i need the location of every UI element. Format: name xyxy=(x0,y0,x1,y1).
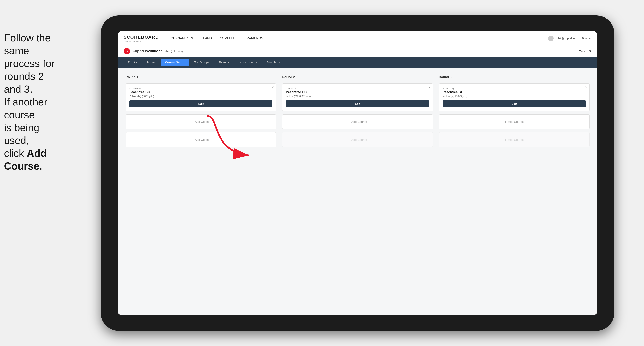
round-2-column: Round 2 ✕ (Course A) Peachtree GC Yellow… xyxy=(282,75,433,147)
round-3-add-course-2[interactable]: + Add Course xyxy=(439,132,590,147)
round-1-remove-button[interactable]: ✕ xyxy=(272,86,274,89)
round-1-course-info: Yellow (M) (6629 yds) xyxy=(129,95,272,98)
tab-printables[interactable]: Printables xyxy=(262,59,284,66)
screen: SCOREBOARD Powered by clippd TOURNAMENTS… xyxy=(118,31,598,315)
round-2-course-name: Peachtree GC xyxy=(286,90,429,94)
round-1-add-course-2-label: Add Course xyxy=(195,138,210,141)
round-3-add-course-1[interactable]: + Add Course xyxy=(439,114,590,129)
tournament-badge: (Men) xyxy=(166,50,172,53)
round-1-title: Round 1 xyxy=(126,75,276,79)
round-3-add-course-2-plus: + xyxy=(504,138,506,141)
user-email: blair@clippd.io xyxy=(556,37,575,40)
tournament-logo: C xyxy=(124,48,130,54)
round-1-course-a-card: ✕ (Course A) Peachtree GC Yellow (M) (66… xyxy=(126,83,276,111)
round-3-add-course-1-label: Add Course xyxy=(508,120,524,123)
tournament-name: Clippd Invitational xyxy=(133,49,164,53)
round-2-add-course-1[interactable]: + Add Course xyxy=(282,114,433,129)
annotation-text: Follow the same process for rounds 2 and… xyxy=(4,31,61,173)
round-1-add-course-1[interactable]: + Add Course xyxy=(126,114,276,129)
tab-tee-groups[interactable]: Tee Groups xyxy=(190,59,214,66)
tab-details[interactable]: Details xyxy=(124,59,141,66)
nav-right: blair@clippd.io | Sign out xyxy=(548,36,592,41)
nav-links: TOURNAMENTS TEAMS COMMITTEE RANKINGS xyxy=(169,36,548,41)
tournament-status: Hosting xyxy=(174,50,183,53)
round-2-add-course-2-label: Add Course xyxy=(352,138,367,141)
round-3-course-a-card: ✕ (Course A) Peachtree GC Yellow (M) (66… xyxy=(439,83,590,111)
nav-separator: | xyxy=(578,37,578,40)
round-1-add-course-2-plus: + xyxy=(192,138,193,141)
tab-teams[interactable]: Teams xyxy=(142,59,160,66)
nav-tournaments[interactable]: TOURNAMENTS xyxy=(169,36,193,41)
round-1-edit-button[interactable]: Edit xyxy=(129,100,272,107)
round-2-course-a-card: ✕ (Course A) Peachtree GC Yellow (M) (66… xyxy=(282,83,433,111)
round-2-title: Round 2 xyxy=(282,75,433,79)
powered-by: Powered by clippd xyxy=(124,40,159,42)
user-avatar xyxy=(548,36,554,41)
round-2-course-label: (Course A) xyxy=(286,87,429,90)
round-3-course-name: Peachtree GC xyxy=(443,90,586,94)
tab-leaderboards[interactable]: Leaderboards xyxy=(234,59,261,66)
round-2-add-course-2-plus: + xyxy=(348,138,350,141)
round-1-course-label: (Course A) xyxy=(129,87,272,90)
sub-header: C Clippd Invitational (Men) Hosting Canc… xyxy=(118,46,598,57)
cancel-button[interactable]: Cancel ✕ xyxy=(579,49,592,53)
round-3-title: Round 3 xyxy=(439,75,590,79)
round-2-add-course-1-label: Add Course xyxy=(352,120,367,123)
round-3-remove-button[interactable]: ✕ xyxy=(585,86,587,89)
top-navigation: SCOREBOARD Powered by clippd TOURNAMENTS… xyxy=(118,31,598,46)
nav-rankings[interactable]: RANKINGS xyxy=(246,36,263,41)
tablet-device: SCOREBOARD Powered by clippd TOURNAMENTS… xyxy=(101,15,614,331)
round-1-add-course-2[interactable]: + Add Course xyxy=(126,132,276,147)
scoreboard-logo: SCOREBOARD xyxy=(124,35,159,40)
round-3-edit-button[interactable]: Edit xyxy=(443,100,586,107)
content-area: Round 1 ✕ (Course A) Peachtree GC Yellow… xyxy=(118,68,598,315)
round-2-add-course-1-plus: + xyxy=(348,120,350,123)
round-2-remove-button[interactable]: ✕ xyxy=(428,86,431,89)
round-1-add-course-1-label: Add Course xyxy=(195,120,210,123)
round-2-course-info: Yellow (M) (6629 yds) xyxy=(286,95,429,98)
round-1-course-name: Peachtree GC xyxy=(129,90,272,94)
round-2-add-course-2[interactable]: + Add Course xyxy=(282,132,433,147)
round-3-add-course-1-plus: + xyxy=(504,120,506,123)
tab-results[interactable]: Results xyxy=(214,59,233,66)
logo-area: SCOREBOARD Powered by clippd xyxy=(124,35,159,42)
round-3-course-info: Yellow (M) (6629 yds) xyxy=(443,95,586,98)
tab-course-setup[interactable]: Course Setup xyxy=(161,59,189,66)
round-2-edit-button[interactable]: Edit xyxy=(286,100,429,107)
round-1-add-course-1-plus: + xyxy=(192,120,193,123)
round-3-course-label: (Course A) xyxy=(443,87,586,90)
sign-out-link[interactable]: Sign out xyxy=(582,37,592,40)
nav-committee[interactable]: COMMITTEE xyxy=(220,36,239,41)
round-1-column: Round 1 ✕ (Course A) Peachtree GC Yellow… xyxy=(126,75,276,147)
nav-teams[interactable]: TEAMS xyxy=(201,36,212,41)
round-3-column: Round 3 ✕ (Course A) Peachtree GC Yellow… xyxy=(439,75,590,147)
tabs-bar: Details Teams Course Setup Tee Groups Re… xyxy=(118,57,598,68)
round-3-add-course-2-label: Add Course xyxy=(508,138,524,141)
rounds-grid: Round 1 ✕ (Course A) Peachtree GC Yellow… xyxy=(126,75,590,147)
